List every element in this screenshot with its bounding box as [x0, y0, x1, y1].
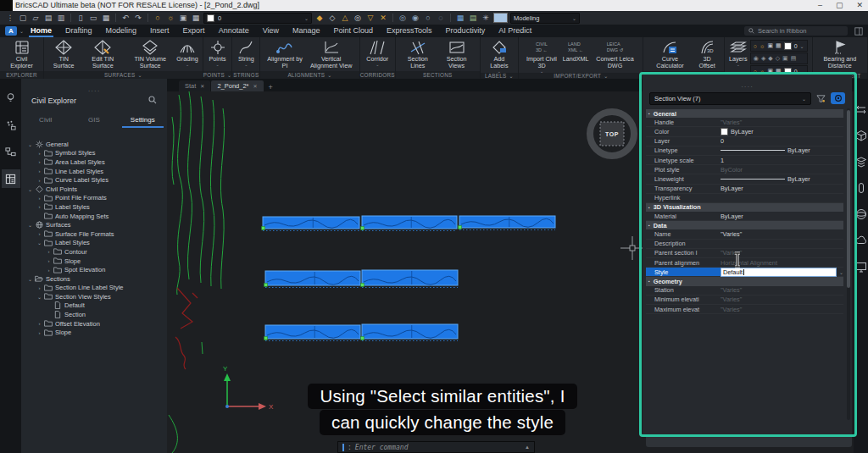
- tab-drafting[interactable]: Drafting: [58, 25, 99, 37]
- tree-item-slope[interactable]: ›Slope: [21, 257, 167, 266]
- section-view-3[interactable]: [459, 216, 556, 230]
- tree-item-auto-mapping-sets[interactable]: Auto Mapping Sets: [21, 212, 167, 221]
- corridor-button[interactable]: Corridor⌄: [366, 39, 388, 66]
- property-row-lineweight[interactable]: LineweightByLayer: [646, 174, 843, 184]
- tab-export[interactable]: Export: [176, 25, 212, 37]
- close-icon[interactable]: ✕: [253, 83, 258, 89]
- tree-item-spot-elevation[interactable]: ›Spot Elevation: [21, 265, 167, 274]
- chevron-down-icon[interactable]: ⌄: [26, 222, 34, 228]
- lookfrom-widget[interactable]: TOP: [590, 112, 634, 156]
- property-section-geometry[interactable]: ▪Geometry: [646, 277, 843, 285]
- layer-merge-icon[interactable]: ◆: [768, 55, 772, 62]
- layer-lock-icon[interactable]: ▣: [178, 13, 188, 23]
- edit-tin-surface-button[interactable]: Edit TIN Surface: [81, 39, 124, 69]
- ucs-world-icon[interactable]: ◎: [398, 13, 408, 23]
- layer-print-icon[interactable]: ▦: [776, 42, 782, 49]
- ucs-entity-icon[interactable]: ○: [423, 13, 433, 23]
- ribbon-group-label-points[interactable]: POINTS⌄: [203, 71, 232, 79]
- snap-endpoint-icon[interactable]: ◆: [314, 13, 325, 23]
- civil-explorer-icon[interactable]: [4, 172, 18, 185]
- layer-select[interactable]: 0⌄: [203, 13, 312, 24]
- section-views-button[interactable]: Section Views: [438, 39, 476, 69]
- style-edit-input[interactable]: Default: [721, 268, 837, 277]
- app-logo[interactable]: A: [5, 26, 17, 36]
- chevron-down-icon[interactable]: ⌄: [26, 186, 34, 192]
- ribbon-group-label-alignments[interactable]: ALIGNMENTS⌄: [260, 71, 359, 79]
- tree-item-label-styles[interactable]: ⌄Label Styles: [21, 239, 167, 248]
- panel-grip[interactable]: ····: [88, 87, 101, 95]
- tab-modeling[interactable]: Modeling: [99, 25, 144, 37]
- layer-on-icon[interactable]: ○: [754, 69, 757, 75]
- tree-item-area-label-styles[interactable]: ›Area Label Styles: [21, 157, 167, 167]
- doc-tab-stat[interactable]: Stat✕: [179, 80, 210, 91]
- ribbon-panel-toggle-icon[interactable]: [854, 27, 863, 36]
- tips-icon[interactable]: [4, 91, 18, 104]
- property-row-parent-alignmen[interactable]: Parent alignmenHorizontal Alignment: [646, 258, 843, 268]
- layer-print-icon[interactable]: ▦: [776, 68, 782, 75]
- tab-expresstools[interactable]: ExpressTools: [380, 25, 439, 37]
- property-row-station[interactable]: Station"Varies": [646, 286, 843, 296]
- property-row-maximum-elevat[interactable]: Maximum elevat"Varies": [646, 305, 843, 314]
- chevron-right-icon[interactable]: ›: [36, 178, 43, 183]
- explorer-tab-gis[interactable]: GIS: [70, 114, 118, 128]
- snap-center-icon[interactable]: ◎: [353, 13, 363, 23]
- property-row-plot-style[interactable]: Plot styleByColor: [646, 165, 843, 174]
- curve-calculator-button[interactable]: Curve Calculator: [648, 39, 692, 69]
- property-row-hyperlink[interactable]: Hyperlink: [646, 194, 843, 203]
- panel-table-icon[interactable]: ▦: [455, 13, 465, 23]
- select-entities-button[interactable]: [831, 92, 845, 104]
- section-view-4[interactable]: [264, 271, 361, 288]
- ucs-view-icon[interactable]: ◉: [410, 13, 420, 23]
- render-cloud-icon[interactable]: [854, 234, 868, 247]
- new-drawing-icon[interactable]: ▯: [75, 13, 86, 23]
- command-line[interactable]: : Enter command ▲: [337, 441, 535, 453]
- section-view-5[interactable]: [361, 270, 459, 288]
- capsule-icon[interactable]: [854, 181, 868, 195]
- tree-item-line-label-styles[interactable]: ›Line Label Styles: [21, 167, 167, 176]
- visual-layers-icon[interactable]: [854, 155, 868, 168]
- layer-print-icon[interactable]: ▦: [191, 13, 201, 23]
- layer-walk-icon[interactable]: ◇: [776, 55, 780, 62]
- layer-unisolate-icon[interactable]: ◈: [761, 55, 765, 62]
- points-button[interactable]: Points⌄: [209, 39, 227, 66]
- section-view-1[interactable]: [262, 217, 360, 231]
- panel-settings-icon[interactable]: ✳: [481, 13, 491, 23]
- new-file-icon[interactable]: ▢: [18, 13, 28, 23]
- property-row-description[interactable]: Description: [646, 240, 843, 249]
- 3d-cube-icon[interactable]: [854, 129, 868, 142]
- ribbon-layer-select-1[interactable]: ○☼▣▦0⌄: [750, 40, 808, 52]
- new-tab-button[interactable]: +: [264, 83, 277, 91]
- add-labels-button[interactable]: Add Labels⌄: [485, 39, 515, 73]
- structure-panel-icon[interactable]: [4, 145, 18, 158]
- doc-tab-2-pond-2[interactable]: 2_Pond_2*✕: [211, 80, 263, 91]
- chevron-right-icon[interactable]: ›: [36, 168, 43, 174]
- chevron-right-icon[interactable]: ›: [36, 196, 43, 201]
- open-file-icon[interactable]: ▱: [31, 13, 41, 23]
- layer-isolate-icon[interactable]: ◉: [754, 55, 759, 62]
- chevron-down-icon[interactable]: ⌄: [26, 141, 34, 147]
- chevron-right-icon[interactable]: ›: [45, 268, 53, 273]
- layer-on-icon[interactable]: ○: [754, 43, 757, 49]
- chevron-right-icon[interactable]: ›: [36, 231, 43, 236]
- convert-leica-dwg-button[interactable]: LEICA DWG ↺Convert Leica DWG: [591, 39, 638, 69]
- workspace-select[interactable]: Modeling⌄: [510, 13, 580, 24]
- chevron-down-icon[interactable]: ⌄: [36, 240, 43, 246]
- tree-item-section[interactable]: Section: [21, 310, 167, 319]
- view-preview-swatch[interactable]: [493, 13, 508, 23]
- tree-item-offset-elevation[interactable]: ›Offset Elevation: [21, 319, 167, 329]
- section-plane-icon[interactable]: [854, 102, 868, 116]
- property-section-data[interactable]: ▪Data: [646, 221, 843, 229]
- explorer-search-icon[interactable]: [148, 96, 157, 104]
- snap-midpoint-icon[interactable]: △: [340, 13, 350, 23]
- display-icon[interactable]: [854, 260, 868, 273]
- layer-freeze-icon[interactable]: ☼: [165, 13, 175, 23]
- property-row-handle[interactable]: Handle"Varies": [646, 118, 843, 127]
- chevron-right-icon[interactable]: ›: [36, 330, 43, 335]
- section-view-6[interactable]: [264, 325, 361, 341]
- layer-freeze-icon[interactable]: ☼: [760, 69, 765, 75]
- tab-productivity[interactable]: Productivity: [439, 25, 492, 37]
- tab-insert[interactable]: Insert: [143, 25, 176, 37]
- grading-button[interactable]: Grading⌄: [176, 39, 198, 66]
- tree-item-curve-label-styles[interactable]: ›Curve Label Styles: [21, 175, 167, 185]
- chevron-right-icon[interactable]: ›: [45, 258, 53, 263]
